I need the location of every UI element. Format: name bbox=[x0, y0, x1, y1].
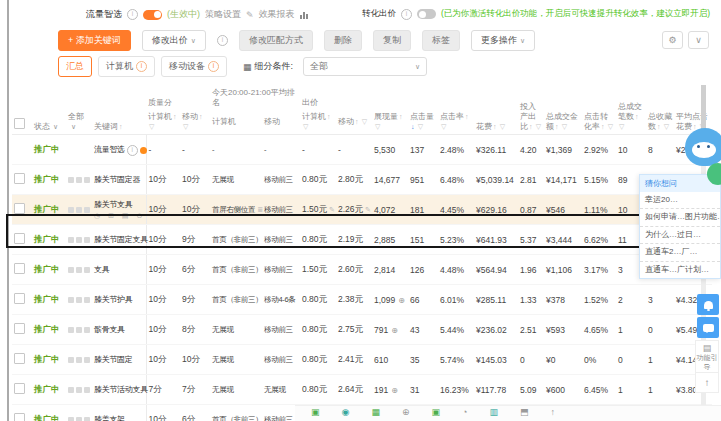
sort-icon[interactable]: ↑ bbox=[199, 113, 203, 120]
row-checkbox[interactable] bbox=[14, 323, 25, 334]
edit-bid-icon[interactable]: ✎ bbox=[365, 206, 371, 213]
row-checkbox[interactable] bbox=[14, 383, 25, 394]
col-ctr[interactable]: 点击率↑ ▽ bbox=[438, 82, 474, 135]
col-bid-mobile[interactable]: 移动↑ ▽ bbox=[336, 110, 372, 135]
filter-icon[interactable]: ▽ bbox=[183, 123, 188, 130]
col-gmv[interactable]: 总成交金额↑ ▽ bbox=[544, 82, 582, 135]
row-checkbox[interactable] bbox=[14, 413, 25, 421]
sort-icon[interactable]: ↑ bbox=[327, 113, 331, 120]
chat-button[interactable] bbox=[697, 317, 719, 338]
row-checkbox[interactable] bbox=[14, 233, 25, 244]
taskbar-icon[interactable]: ▣ bbox=[311, 408, 320, 417]
tab-mobile[interactable]: 移动设备i bbox=[161, 56, 227, 77]
back-to-top-button[interactable]: ↑ bbox=[695, 372, 719, 393]
copy-button[interactable]: 复制 bbox=[373, 30, 411, 51]
modify-match-button[interactable]: 修改匹配方式 bbox=[239, 30, 313, 51]
report-link[interactable]: 效果报表 bbox=[259, 8, 295, 21]
keyword-label[interactable]: 流量智选 bbox=[94, 145, 125, 154]
keyword-label[interactable]: 髌骨支具 bbox=[94, 325, 125, 334]
tag-button[interactable]: 标签 bbox=[422, 30, 460, 51]
feature-guide-button[interactable]: ▤ 功能引导 bbox=[695, 340, 719, 375]
more-actions-button[interactable]: 更多操作∨ bbox=[471, 30, 535, 51]
gear-icon[interactable]: ⚙ bbox=[662, 31, 683, 49]
keyword-label[interactable]: 膝关节活动支具 bbox=[94, 385, 148, 394]
filter-icon[interactable]: ▽ bbox=[562, 123, 567, 130]
col-scope[interactable]: 全部∨ bbox=[66, 82, 92, 135]
col-orders[interactable]: 总成交笔数↑ ▽ bbox=[616, 82, 646, 135]
col-favs[interactable]: 总收藏数↑ ▽ bbox=[646, 82, 674, 135]
keyword-label[interactable]: 膝关节支具 bbox=[94, 200, 133, 209]
taskbar-icon[interactable]: ▦ bbox=[371, 408, 380, 417]
taskbar-icon[interactable]: ⊕ bbox=[402, 408, 410, 417]
smart-traffic-toggle[interactable] bbox=[143, 10, 162, 20]
edit-icon[interactable]: ✎ bbox=[246, 10, 254, 20]
trend-icon[interactable]: ⊕ bbox=[391, 386, 398, 395]
col-cpc[interactable]: 平均点击花费↑ ▽ bbox=[674, 82, 712, 135]
row-checkbox[interactable] bbox=[14, 353, 25, 364]
filter-icon[interactable]: ▽ bbox=[664, 123, 669, 130]
taskbar-icon[interactable]: ↑ bbox=[550, 408, 555, 417]
filter-icon[interactable]: ▽ bbox=[303, 123, 308, 130]
keyword-label[interactable]: 膝关节固定支具 bbox=[94, 235, 148, 244]
trend-icon[interactable]: ⊕ bbox=[391, 326, 398, 335]
taskbar-icon[interactable]: ◔ bbox=[462, 408, 467, 417]
col-cost[interactable]: 花费↑ ▽ bbox=[474, 82, 518, 135]
table-row[interactable]: 推广中 膝关节固定i ◷ ⊞ ▤ ⊖ 10分 10分 无展现≣ 移动前三 0.8… bbox=[12, 345, 712, 375]
sort-icon[interactable]: ↑ bbox=[657, 123, 661, 130]
info-icon[interactable]: i bbox=[127, 145, 138, 156]
help-question-link[interactable]: 直通车…广计划… bbox=[640, 262, 720, 278]
table-row[interactable]: 推广中 髌骨支具i ◷ ⊞ ▤ ⊖ 10分 8分 无展现≣ 移动前三 0.80元… bbox=[12, 315, 712, 345]
segment-select[interactable]: 全部∨ bbox=[303, 57, 427, 76]
help-question-link[interactable]: 为什么…过日… bbox=[640, 227, 720, 244]
info-icon[interactable]: i bbox=[401, 9, 412, 20]
modify-bid-button[interactable]: 修改出价∨ bbox=[142, 30, 206, 51]
col-quality-mobile[interactable]: 移动↑ ▽ bbox=[180, 110, 210, 135]
table-row[interactable]: 推广中 膝关节支具i ◷ ⊞ ▤ ⊖ 10分 10分 首屏右侧位置≣ 移动前三 … bbox=[12, 195, 712, 225]
table-row[interactable]: 推广中 支具i ◷ ⊞ ▤ ⊖ 10分 6分 首页（非前三）≣ 移动前三 1.5… bbox=[12, 255, 712, 285]
info-icon[interactable]: i bbox=[217, 35, 228, 46]
sort-icon[interactable]: ↑ bbox=[399, 113, 403, 120]
filter-icon[interactable]: ▽ bbox=[441, 123, 446, 130]
col-roi[interactable]: 投入产出比↑ ▽ bbox=[518, 82, 544, 135]
filter-icon[interactable]: ▽ bbox=[418, 123, 423, 130]
filter-icon[interactable]: ▽ bbox=[375, 123, 380, 130]
col-status[interactable]: 状态∨ bbox=[32, 82, 66, 135]
table-row[interactable]: 推广中 膝关节固定器i ◷ ⊞ ▤ ⊖ 10分 10分 无展现≣ 移动前三 0.… bbox=[12, 165, 712, 195]
col-quality-pc[interactable]: 计算机↑ ▽ bbox=[146, 110, 180, 135]
sort-icon[interactable]: ↑ bbox=[601, 123, 605, 130]
notification-bell-button[interactable] bbox=[697, 294, 719, 315]
taskbar-icon[interactable]: ▥ bbox=[489, 408, 498, 417]
col-clicks[interactable]: 点击量↓ ▽ bbox=[408, 82, 438, 135]
keyword-label[interactable]: 膝盖支架 bbox=[94, 415, 125, 421]
col-impressions[interactable]: 展现量↑ ▽ bbox=[372, 82, 408, 135]
col-bid-pc[interactable]: 计算机↑ ▽ bbox=[300, 110, 336, 135]
keyword-action-icons[interactable]: ◷ ⊞ ▤ ⊖ bbox=[94, 212, 144, 220]
filter-icon[interactable]: ▽ bbox=[608, 123, 613, 130]
row-checkbox[interactable] bbox=[14, 203, 25, 214]
help-question-link[interactable]: 幸运20… bbox=[640, 192, 720, 209]
select-all-checkbox[interactable] bbox=[14, 118, 25, 129]
row-checkbox[interactable] bbox=[14, 263, 25, 274]
sort-icon[interactable]: ↑ bbox=[465, 113, 469, 120]
filter-icon[interactable]: ▽ bbox=[362, 118, 367, 125]
filter-icon[interactable]: ▽ bbox=[500, 123, 505, 130]
tab-pc[interactable]: 计算机i bbox=[98, 56, 155, 77]
add-keyword-button[interactable]: + 添加关键词 bbox=[58, 30, 131, 51]
table-row[interactable]: 推广中 膝关节固定支具i ◷ ⊞ ▤ ⊖ 10分 9分 首页（非前三）≣ 移动前… bbox=[12, 225, 712, 255]
delete-button[interactable]: 删除 bbox=[324, 30, 362, 51]
taskbar-icon[interactable]: ▣ bbox=[431, 408, 440, 417]
sort-icon[interactable]: ↑ bbox=[173, 113, 177, 120]
row-checkbox[interactable] bbox=[14, 293, 25, 304]
filter-icon[interactable]: ▽ bbox=[536, 123, 541, 130]
trend-icon[interactable]: ⊕ bbox=[398, 296, 405, 305]
taskbar-icon[interactable]: ◉ bbox=[342, 408, 350, 417]
chevron-down-icon[interactable]: ∨ bbox=[688, 31, 709, 49]
help-question-link[interactable]: 如何申请…图片功能… bbox=[640, 209, 720, 226]
assistant-mascot-icon[interactable] bbox=[685, 128, 721, 166]
tab-summary[interactable]: 汇总 bbox=[58, 56, 92, 77]
sort-icon[interactable]: ↑ bbox=[529, 123, 533, 130]
edit-bid-icon[interactable]: ✎ bbox=[329, 206, 335, 213]
chart-icon[interactable] bbox=[300, 11, 308, 19]
table-row[interactable]: 推广中 膝关节活动支具i ◷ ⊞ ▤ ⊖ 7分 7分 无展现≣ 无展现 0.80… bbox=[12, 375, 712, 405]
filter-icon[interactable]: ▽ bbox=[619, 123, 624, 130]
